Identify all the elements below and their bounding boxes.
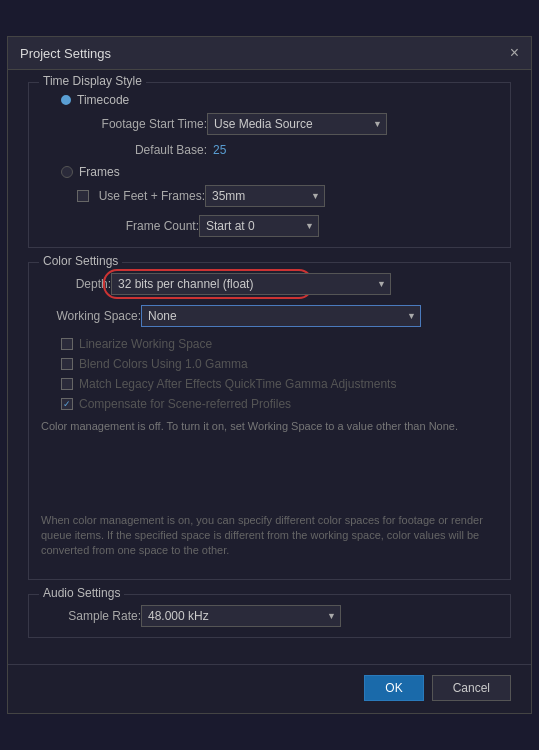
- use-feet-checkbox[interactable]: [77, 190, 89, 202]
- frames-radio: [61, 166, 73, 178]
- depth-select-wrapper: 8 bits per channel 16 bits per channel 3…: [111, 273, 391, 295]
- frame-count-label: Frame Count:: [77, 219, 199, 233]
- color-spacer: [41, 443, 498, 503]
- working-space-row: Working Space: None sRGB IEC61966-2.1 Ad…: [41, 305, 498, 327]
- color-settings-title: Color Settings: [39, 254, 122, 268]
- frame-count-row: Frame Count: Start at 0 Start at 1: [41, 215, 498, 237]
- default-base-label: Default Base:: [77, 143, 207, 157]
- blend-colors-row: Blend Colors Using 1.0 Gamma: [41, 357, 498, 371]
- timecode-radio: [61, 95, 71, 105]
- sample-rate-label: Sample Rate:: [41, 609, 141, 623]
- project-settings-dialog: Project Settings × Time Display Style Ti…: [7, 36, 532, 714]
- default-base-row: Default Base: 25: [41, 143, 498, 157]
- working-space-select-wrapper: None sRGB IEC61966-2.1 Adobe RGB (1998): [141, 305, 421, 327]
- compensate-row: Compensate for Scene-referred Profiles: [41, 397, 498, 411]
- match-legacy-label: Match Legacy After Effects QuickTime Gam…: [79, 377, 396, 391]
- sample-rate-row: Sample Rate: 44.100 kHz 48.000 kHz 96.00…: [41, 605, 498, 627]
- color-footer-text: When color management is on, you can spe…: [41, 503, 498, 569]
- compensate-checkbox[interactable]: [61, 398, 73, 410]
- frames-label: Frames: [79, 165, 120, 179]
- depth-label: Depth:: [41, 277, 111, 291]
- dialog-body: Time Display Style Timecode Footage Star…: [8, 70, 531, 664]
- color-settings-section: Color Settings Depth: 8 bits per channel…: [28, 262, 511, 580]
- footage-start-select[interactable]: Use Media Source 0:00:00:00: [207, 113, 387, 135]
- footage-start-label: Footage Start Time:: [77, 117, 207, 131]
- use-feet-label: Use Feet + Frames:: [95, 189, 205, 203]
- match-legacy-checkbox[interactable]: [61, 378, 73, 390]
- sample-rate-select-wrapper: 44.100 kHz 48.000 kHz 96.000 kHz: [141, 605, 341, 627]
- time-display-title: Time Display Style: [39, 74, 146, 88]
- footage-start-select-wrapper: Use Media Source 0:00:00:00: [207, 113, 387, 135]
- compensate-label: Compensate for Scene-referred Profiles: [79, 397, 291, 411]
- linearize-label: Linearize Working Space: [79, 337, 212, 351]
- audio-settings-section: Audio Settings Sample Rate: 44.100 kHz 4…: [28, 594, 511, 638]
- sample-rate-select[interactable]: 44.100 kHz 48.000 kHz 96.000 kHz: [141, 605, 341, 627]
- use-feet-row: Use Feet + Frames: 35mm 16mm: [41, 185, 498, 207]
- title-bar: Project Settings ×: [8, 37, 531, 70]
- frames-radio-row[interactable]: Frames: [41, 165, 498, 179]
- use-feet-select-wrapper: 35mm 16mm: [205, 185, 325, 207]
- dialog-title: Project Settings: [20, 46, 111, 61]
- match-legacy-row: Match Legacy After Effects QuickTime Gam…: [41, 377, 498, 391]
- footage-start-row: Footage Start Time: Use Media Source 0:0…: [41, 113, 498, 135]
- close-button[interactable]: ×: [510, 45, 519, 61]
- time-display-section: Time Display Style Timecode Footage Star…: [28, 82, 511, 248]
- working-space-label: Working Space:: [41, 309, 141, 323]
- cancel-button[interactable]: Cancel: [432, 675, 511, 701]
- timecode-radio-row[interactable]: Timecode: [41, 93, 498, 107]
- default-base-value: 25: [213, 143, 226, 157]
- frame-count-select[interactable]: Start at 0 Start at 1: [199, 215, 319, 237]
- audio-settings-title: Audio Settings: [39, 586, 124, 600]
- blend-colors-checkbox[interactable]: [61, 358, 73, 370]
- depth-row: Depth: 8 bits per channel 16 bits per ch…: [41, 273, 498, 295]
- depth-select[interactable]: 8 bits per channel 16 bits per channel 3…: [111, 273, 391, 295]
- working-space-select[interactable]: None sRGB IEC61966-2.1 Adobe RGB (1998): [141, 305, 421, 327]
- dialog-footer: OK Cancel: [8, 664, 531, 713]
- timecode-label: Timecode: [77, 93, 129, 107]
- blend-colors-label: Blend Colors Using 1.0 Gamma: [79, 357, 248, 371]
- color-info-text: Color management is off. To turn it on, …: [41, 419, 498, 434]
- frame-count-select-wrapper: Start at 0 Start at 1: [199, 215, 319, 237]
- linearize-row: Linearize Working Space: [41, 337, 498, 351]
- linearize-checkbox[interactable]: [61, 338, 73, 350]
- use-feet-select[interactable]: 35mm 16mm: [205, 185, 325, 207]
- ok-button[interactable]: OK: [364, 675, 423, 701]
